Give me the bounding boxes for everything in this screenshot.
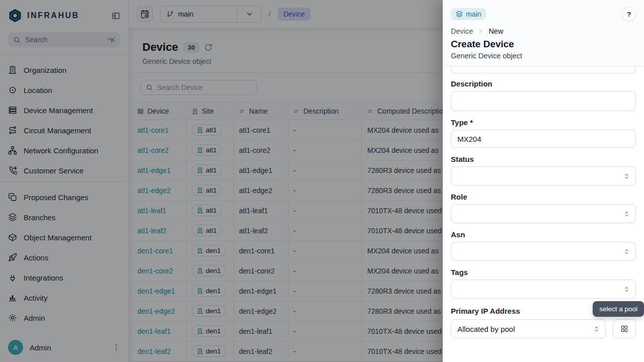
panel-breadcrumb: Device New [451, 27, 636, 35]
field-type: Type * [451, 118, 636, 148]
status-label: Status [451, 155, 636, 163]
tags-select[interactable] [451, 280, 636, 299]
type-input[interactable] [457, 135, 629, 143]
role-label: Role [451, 193, 636, 201]
create-device-panel: main ? Device New Create Device Generic … [443, 0, 644, 362]
type-label: Type * [451, 118, 636, 127]
asn-label: Asn [451, 230, 636, 239]
layers-icon [456, 11, 463, 18]
allocation-select[interactable]: Allocated by pool [451, 319, 606, 338]
pool-grid-icon [620, 325, 628, 333]
asn-select[interactable] [451, 242, 636, 261]
description-textarea[interactable] [451, 91, 636, 111]
chevrons-up-down-icon [593, 325, 600, 333]
breadcrumb-current: New [489, 27, 503, 35]
panel-title: Create Device [451, 39, 636, 50]
chevrons-up-down-icon [623, 172, 630, 180]
breadcrumb-parent[interactable]: Device [451, 27, 473, 35]
select-pool-tooltip: select a pool [593, 301, 644, 317]
branch-badge: main [451, 8, 486, 20]
panel-subtitle: Generic Device object [451, 52, 636, 60]
panel-header: main ? Device New Create Device Generic … [443, 0, 644, 66]
primary-ip-label: Primary IP Address [451, 307, 520, 315]
role-select[interactable] [451, 204, 636, 223]
chevron-right-icon [477, 28, 484, 35]
field-tags: Tags [451, 268, 636, 299]
tags-label: Tags [451, 268, 636, 277]
status-select[interactable] [451, 166, 636, 186]
field-role: Role [451, 193, 636, 223]
select-pool-button[interactable] [613, 319, 636, 338]
chevrons-up-down-icon [623, 286, 630, 293]
field-primary-ip: Primary IP Address My IP select a pool A… [451, 306, 636, 338]
field-status: Status [451, 155, 636, 186]
description-label: Description [451, 79, 636, 88]
field-description: Description [451, 79, 636, 111]
help-button[interactable]: ? [622, 7, 636, 21]
field-asn: Asn [451, 230, 636, 261]
create-device-form: Description Type * Status Role Asn Tags … [443, 66, 644, 362]
clipped-input[interactable] [451, 66, 636, 73]
chevrons-up-down-icon [623, 210, 630, 218]
chevrons-up-down-icon [623, 248, 630, 255]
